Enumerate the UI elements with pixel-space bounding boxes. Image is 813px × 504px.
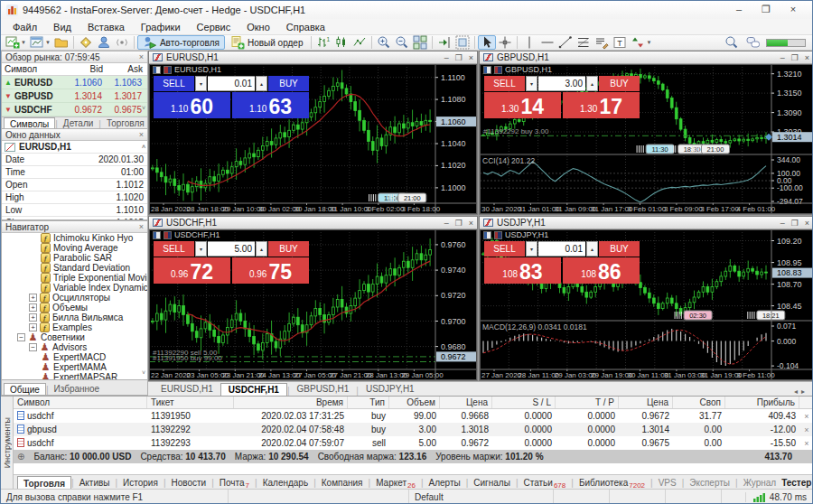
terminal-tab-Активы[interactable]: Активы [74,476,116,490]
chart-tab-EURUSD,H1[interactable]: EURUSD,H1 [154,383,220,396]
column-header-10[interactable]: Прибыль [725,397,799,408]
minimize-icon[interactable]: – [444,53,449,62]
zoom-out-button[interactable] [393,35,411,50]
column-header-2[interactable]: Время [234,397,348,408]
candles-button[interactable] [332,35,350,50]
market-watch-row[interactable]: ▼USDCHF 0.9672 0.9675˅ [2,103,147,117]
menu-2[interactable]: Вставка [79,21,133,33]
volume-decrease-button[interactable]: ▾ [526,76,537,91]
chart-tab-GBPUSD,H1[interactable]: GBPUSD,H1 [290,383,357,396]
navigator-item[interactable]: −♟Советники [2,332,147,342]
maximize-button[interactable]: ❐ [752,3,780,17]
annotate-button[interactable] [593,35,611,50]
volume-input[interactable]: 0.01 [538,241,585,257]
navigator-item[interactable]: ƒParabolic SAR [2,253,147,263]
column-header-1[interactable]: Тикет [147,397,234,408]
restore-icon[interactable]: ❐ [455,219,463,228]
buy-button[interactable]: BUY [599,76,640,91]
symbols-button[interactable] [77,35,95,50]
menu-6[interactable]: Справка [278,21,333,33]
chart-window-titlebar[interactable]: USDJPY,H1 – ❐ × [480,217,813,229]
terminal-tab-Эксперты[interactable]: Эксперты [684,476,735,490]
expand-icon[interactable]: ⊕ [17,452,24,462]
close-button[interactable]: × [780,3,807,17]
menu-4[interactable]: Сервис [189,21,239,33]
crosshair-button[interactable] [496,35,514,50]
scroll-up-icon[interactable]: ˄ [136,66,145,72]
volume-decrease-button[interactable]: ▾ [195,76,207,91]
textbox-button[interactable]: T [611,35,629,50]
status-profile[interactable]: Default [409,490,554,504]
close-icon[interactable]: × [805,219,809,228]
chart-canvas[interactable]: #11392290 sell 5.00#11391950 buy 99.000.… [149,229,477,380]
terminal-tab-Статьи[interactable]: Статьи678 [518,476,571,490]
volume-input[interactable]: 3.00 [538,76,585,91]
navigator-item[interactable]: ♟ExpertMAPSAR [2,372,147,379]
volume-increase-button[interactable]: ▴ [586,76,598,91]
chart-tab-USDJPY,H1[interactable]: USDJPY,H1 [359,383,422,396]
scroll-down-icon[interactable]: ˅ [142,105,145,111]
bars-button[interactable]: 1 [314,35,332,50]
terminal-tab-Сигналы[interactable]: Сигналы [468,476,516,490]
buy-price-button[interactable]: 1.3017 [563,92,640,118]
volume-decrease-button[interactable]: ▾ [195,241,207,257]
arrows-button[interactable]: ▼ [629,35,653,50]
restore-icon[interactable]: ❐ [455,53,463,62]
volume-input[interactable]: 5.00 [208,241,255,257]
expand-toggle[interactable]: + [29,323,37,331]
column-header-6[interactable]: S / L [492,397,556,408]
terminal-tab-Алерты[interactable]: Алерты [424,476,466,490]
zoom-in-button[interactable] [375,35,393,50]
menu-3[interactable]: Графики [133,21,189,33]
tab-scroll-left-icon[interactable]: ◂ [794,387,801,396]
sell-price-button[interactable]: 10883 [484,257,561,284]
expand-toggle[interactable]: + [29,313,37,322]
close-icon[interactable]: × [805,53,809,62]
navigator-item[interactable]: +ƒОбъемы [2,303,147,313]
terminal-tab-Новости[interactable]: Новости [165,476,211,490]
navigator-item[interactable]: ƒTriple Exponential Movin [2,273,147,283]
menu-0[interactable]: Файл [5,21,45,33]
new-chart-button[interactable]: ▼ [4,35,28,50]
column-header-4[interactable]: Объем [389,397,440,408]
chart-window-titlebar[interactable]: GBPUSD,H1 – ❐ × [480,51,813,64]
terminal-tab-Календарь[interactable]: Календарь [257,476,313,490]
column-header-5[interactable]: Цена [440,397,492,408]
buy-price-button[interactable]: 0.9675 [232,257,309,284]
sell-price-button[interactable]: 1.3014 [484,92,561,118]
terminal-tab-Библиотека[interactable]: Библиотека7202 [574,476,650,490]
close-icon[interactable]: × [469,53,473,62]
expand-toggle[interactable]: − [17,333,25,341]
sell-button[interactable]: SELL [154,241,194,257]
sell-button[interactable]: SELL [484,241,525,257]
close-icon[interactable]: × [139,131,144,139]
volume-increase-button[interactable]: ▴ [256,241,267,257]
close-icon[interactable]: × [139,223,144,231]
navigator-item[interactable]: ƒVariable Index Dynamic A [2,283,147,293]
minimize-icon[interactable]: – [444,219,449,228]
tile-windows-button[interactable] [411,35,429,50]
strategy-tester-label[interactable]: Тестер стратегий [781,476,813,490]
close-icon[interactable]: × [139,53,144,61]
menu-5[interactable]: Окно [238,21,278,33]
signals-button[interactable] [113,35,131,50]
terminal-tab-Компания[interactable]: Компания [316,476,369,490]
volume-increase-button[interactable]: ▴ [586,241,598,257]
buy-price-button[interactable]: 10886 [563,257,640,284]
close-icon[interactable]: × [469,219,473,228]
navigator-tab-1[interactable]: Избранное [49,383,106,395]
fibo-button[interactable] [575,35,593,50]
sell-price-button[interactable]: 0.9672 [154,257,230,284]
navigator-tab-0[interactable]: Общие [4,383,46,395]
chart-canvas[interactable]: #11392292 buy 3.0011:3018:3021:001.32101… [480,64,813,214]
volume-decrease-button[interactable]: ▾ [526,241,537,257]
navigator-item[interactable]: ƒMoving Average [2,243,147,253]
accounts-button[interactable] [95,35,113,50]
chart-canvas[interactable]: 02:3018:21109.20108.95108.70108.45108.83… [480,229,813,380]
navigator-item[interactable]: ♟ExpertMACD [2,352,147,362]
position-row[interactable]: usdchf 11391950 2020.02.03 17:31:25 buy … [14,409,813,423]
market-watch-row[interactable]: ▼GBPUSD 1.3014 1.3017 [2,89,147,103]
expand-toggle[interactable]: + [29,294,37,302]
column-header-7[interactable]: T / P [556,397,619,408]
sell-price-button[interactable]: 1.1060 [154,92,230,118]
